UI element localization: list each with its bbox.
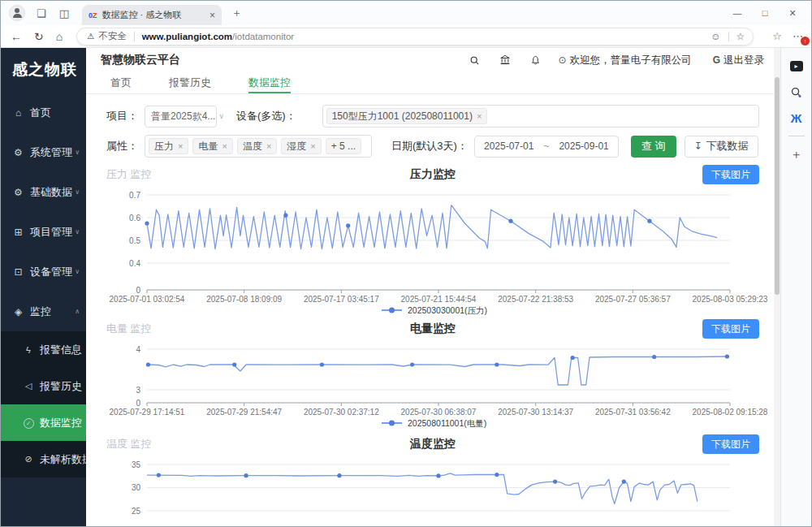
grid-icon: ⊞ <box>12 227 24 238</box>
remove-tag-icon[interactable]: × <box>178 139 183 154</box>
tab-home[interactable]: 首页 <box>110 72 132 93</box>
date-end: 2025-09-01 <box>559 140 608 152</box>
tab-alarm-history[interactable]: 报警历史 <box>169 72 211 93</box>
filter-row-project: 项目： 普量2025款4... ∨ 设备(多选)： 150型压力1001 (20… <box>106 105 759 127</box>
new-tab-icon[interactable]: ＋ <box>231 6 242 20</box>
sidebar-item-data-monitor[interactable]: ✓ 数据监控 <box>1 404 86 441</box>
gear-icon: ⚙ <box>12 187 24 198</box>
download-data-label: 下载数据 <box>706 139 749 153</box>
svg-text:2025-07-08 18:09:09: 2025-07-08 18:09:09 <box>206 295 282 304</box>
remove-tag-icon[interactable]: × <box>477 109 482 124</box>
sidebar-item-alarm-info[interactable]: ϟ 报警信息 <box>1 331 86 368</box>
url-divider <box>134 32 135 41</box>
bank-icon[interactable] <box>499 54 511 66</box>
home-icon: ⌂ <box>12 107 24 119</box>
attribute-label: 属性： <box>106 139 138 153</box>
url-text: www.puliangiot.com/iotdatamonitor <box>142 32 711 41</box>
chevron-down-icon: ∨ <box>75 188 80 196</box>
favorites-add-icon[interactable]: ☆ <box>772 31 782 41</box>
chart-title: 电量监控 <box>106 322 759 336</box>
bell-icon[interactable] <box>530 55 541 66</box>
svg-text:0.7: 0.7 <box>129 191 140 200</box>
logout-icon: G <box>713 54 720 66</box>
browser-tab[interactable]: 0Z 数据监控 · 感之物联 × <box>82 5 222 25</box>
not-secure-warning-icon: ⚠ <box>87 32 94 41</box>
project-select[interactable]: 普量2025款4... ∨ <box>145 106 217 127</box>
minimize-icon[interactable]: — <box>723 8 751 18</box>
bookmark-star-icon[interactable]: ☆ <box>736 32 745 41</box>
browser-tab-strip: ❏ ◫ 0Z 数据监控 · 感之物联 × ＋ — □ ✕ <box>1 1 811 25</box>
tab-close-icon[interactable]: × <box>209 10 215 21</box>
alarm-icon: ϟ <box>23 345 34 355</box>
tab-data-monitor[interactable]: 数据监控 <box>248 72 291 93</box>
back-icon[interactable]: ← <box>11 31 22 42</box>
unparsed-icon: ⊘ <box>23 454 34 464</box>
attr-more-tag[interactable]: + 5 ... <box>326 138 361 154</box>
sidebar-item-unparsed-data[interactable]: ⊘ 未解析数据 <box>1 441 86 477</box>
split-screen-icon[interactable]: ◫ <box>59 8 69 19</box>
sidebar-item-label: 报警信息 <box>40 343 82 357</box>
app-main: 智慧物联云平台 ⊙ <box>86 48 780 526</box>
attribute-multiselect[interactable]: 压力× 电量× 温度× 湿度× + 5 ... <box>145 135 372 158</box>
close-icon[interactable]: ✕ <box>779 8 806 19</box>
url-field[interactable]: ⚠ 不安全 www.puliangiot.com/iotdatamonitor … <box>76 28 754 45</box>
svg-text:0.5: 0.5 <box>129 236 140 245</box>
tracking-prevention-icon[interactable]: ☺ <box>710 32 720 41</box>
svg-text:2025-07-30 02:37:12: 2025-07-30 02:37:12 <box>304 408 379 417</box>
sidebar-item-label: 系统管理 <box>30 145 72 160</box>
download-image-button[interactable]: 下载图片 <box>702 434 759 454</box>
gear-icon: ⚙ <box>12 147 24 158</box>
sidebar-item-projects[interactable]: ⊞ 项目管理 ∨ <box>1 212 86 252</box>
scrollbar-thumb[interactable] <box>775 77 780 295</box>
sidebar-item-alarm-history[interactable]: ◁ 报警历史 <box>1 368 86 404</box>
download-image-button[interactable]: 下载图片 <box>702 319 759 339</box>
refresh-icon[interactable]: ↻ <box>34 31 44 42</box>
sidebar-item-system[interactable]: ⚙ 系统管理 ∨ <box>1 132 86 172</box>
sidebar-item-label: 基础数据 <box>30 185 72 200</box>
sidebar-item-basedata[interactable]: ⚙ 基础数据 ∨ <box>1 172 86 212</box>
sidebar-toggle-icon[interactable]: ▸ <box>781 53 811 79</box>
device-multiselect[interactable]: 150型压力1001 (202508011001) × <box>322 105 759 127</box>
download-data-button[interactable]: ↧ 下载数据 <box>685 136 758 158</box>
svg-text:0: 0 <box>136 399 140 408</box>
maximize-icon[interactable]: □ <box>751 8 779 18</box>
svg-text:2025-07-29 21:54:47: 2025-07-29 21:54:47 <box>206 408 282 417</box>
device-tag-label: 150型压力1001 (202508011001) <box>332 109 473 124</box>
browser-menu-icon[interactable]: ⋯↑ <box>793 31 803 41</box>
sidebar-item-monitoring[interactable]: ◈ 监控 ∧ <box>1 292 86 331</box>
sidebar-add-icon[interactable]: ＋ <box>781 141 811 167</box>
chevron-down-icon: ∨ <box>75 268 80 275</box>
app-sidebar: 感之物联 ⌂ 首页 ⚙ 系统管理 ∨ ⚙ 基础数据 ∨ <box>1 48 86 526</box>
workspaces-icon[interactable]: ❏ <box>37 8 46 19</box>
search-icon[interactable] <box>469 55 480 66</box>
query-button[interactable]: 查 询 <box>631 136 676 158</box>
sidebar-item-home[interactable]: ⌂ 首页 <box>1 93 86 132</box>
sidebar-search-icon[interactable] <box>781 79 811 105</box>
device-tag: 150型压力1001 (202508011001) × <box>326 108 488 124</box>
page-scrollbar[interactable] <box>774 48 780 526</box>
sidebar-item-devices[interactable]: ⊡ 设备管理 ∨ <box>1 252 86 292</box>
window-controls: — □ ✕ <box>723 8 806 19</box>
remove-tag-icon[interactable]: × <box>222 139 227 154</box>
remove-tag-icon[interactable]: × <box>310 139 315 154</box>
remove-tag-icon[interactable]: × <box>266 139 271 154</box>
project-label: 项目： <box>106 109 138 123</box>
date-range-input[interactable]: 2025-07-01 ~ 2025-09-01 <box>474 136 619 158</box>
attr-tag: 压力× <box>149 138 188 154</box>
profile-icon[interactable] <box>9 5 25 21</box>
svg-text:2025-07-31 03:56:42: 2025-07-31 03:56:42 <box>595 408 671 417</box>
date-separator: ~ <box>543 140 549 152</box>
svg-text:2025-08-02 09:15:28: 2025-08-02 09:15:28 <box>693 408 768 417</box>
monitor-icon: ◈ <box>12 306 24 317</box>
user-circle-icon: ⊙ <box>559 54 567 66</box>
horn-icon: ◁ <box>23 381 34 391</box>
sidebar-item-label: 设备管理 <box>30 265 72 279</box>
project-value: 普量2025款4... <box>151 110 215 123</box>
logout-button[interactable]: G 退出登录 <box>713 54 764 67</box>
svg-text:2025-07-30 06:38:07: 2025-07-30 06:38:07 <box>401 408 477 417</box>
download-image-button[interactable]: 下载图片 <box>702 165 759 184</box>
welcome-user[interactable]: ⊙ 欢迎您，普量电子有限公司 <box>559 54 692 67</box>
attr-tag: 温度× <box>237 138 277 154</box>
edge-extension-icon[interactable]: Ж <box>781 105 811 131</box>
home-icon[interactable]: ⌂ <box>56 31 63 42</box>
